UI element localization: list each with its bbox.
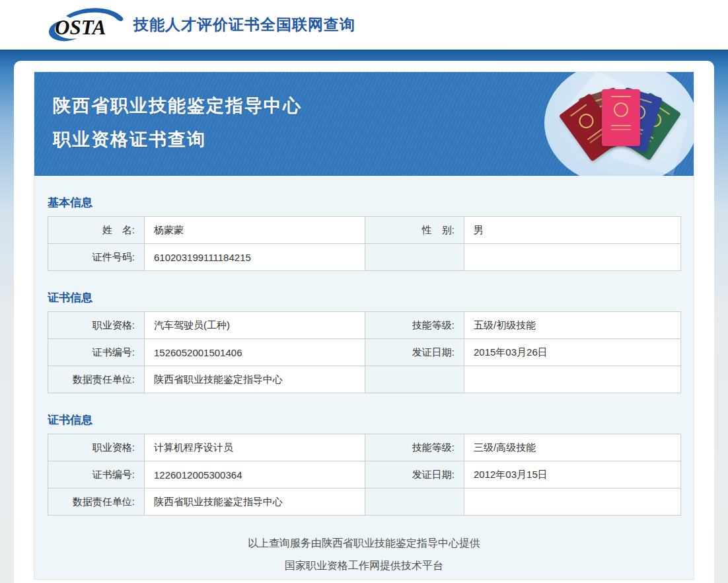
- empty-value-cell: [464, 488, 681, 516]
- table-row: 姓 名: 杨蒙蒙 性 别: 男: [48, 217, 681, 244]
- table-row: 证书编号: 1526052001501406 发证日期: 2015年03月26日: [48, 339, 681, 366]
- gender-value: 男: [464, 217, 681, 244]
- content-card: 陕西省职业技能鉴定指导中心 职业资格证书查询 基本信息 姓 名: 杨蒙蒙 性 别…: [14, 61, 714, 583]
- osta-logo[interactable]: OSTA: [46, 8, 124, 42]
- level-label: 技能等级:: [365, 434, 464, 461]
- cert-no-value: 1226012005300364: [145, 461, 365, 488]
- occupation-label: 职业资格:: [48, 312, 145, 339]
- occupation-label: 职业资格:: [48, 434, 145, 461]
- site-title: 技能人才评价证书全国联网查询: [133, 15, 355, 35]
- empty-label-cell: [365, 244, 464, 271]
- basic-info-heading: 基本信息: [48, 195, 680, 210]
- certificate-1-heading: 证书信息: [48, 290, 680, 305]
- table-row: 职业资格: 计算机程序设计员 技能等级: 三级/高级技能: [48, 434, 681, 461]
- footer-platform-line: 国家职业资格工作网提供技术平台: [34, 555, 694, 577]
- query-result-panel: 陕西省职业技能鉴定指导中心 职业资格证书查询 基本信息 姓 名: 杨蒙蒙 性 别…: [34, 71, 694, 580]
- site-header: OSTA 技能人才评价证书全国联网查询: [0, 0, 728, 50]
- cert-no-label: 证书编号:: [48, 461, 145, 488]
- banner-title-line2: 职业资格证书查询: [53, 123, 694, 157]
- svg-text:OSTA: OSTA: [55, 16, 106, 39]
- name-label: 姓 名:: [48, 217, 145, 244]
- basic-info-table: 姓 名: 杨蒙蒙 性 别: 男 证件号码: 610203199111184215: [48, 216, 681, 271]
- data-unit-value: 陕西省职业技能鉴定指导中心: [145, 366, 365, 393]
- banner-title-line1: 陕西省职业技能鉴定指导中心: [53, 89, 694, 123]
- data-unit-label: 数据责任单位:: [48, 366, 145, 393]
- certificate-2-table: 职业资格: 计算机程序设计员 技能等级: 三级/高级技能 证书编号: 12260…: [48, 434, 681, 516]
- level-label: 技能等级:: [365, 312, 464, 339]
- cert-no-label: 证书编号:: [48, 339, 145, 366]
- id-number-value: 610203199111184215: [145, 244, 365, 271]
- empty-value-cell: [464, 244, 681, 271]
- empty-label-cell: [365, 488, 464, 516]
- issue-date-value: 2015年03月26日: [464, 339, 681, 366]
- certificate-2-heading: 证书信息: [48, 412, 680, 428]
- level-value: 三级/高级技能: [464, 434, 681, 461]
- issue-date-value: 2012年03月15日: [464, 461, 681, 488]
- cert-no-value: 1526052001501406: [145, 339, 365, 366]
- issue-date-label: 发证日期:: [365, 461, 464, 488]
- table-row: 证件号码: 610203199111184215: [48, 244, 681, 271]
- footer-note: 以上查询服务由陕西省职业技能鉴定指导中心提供 国家职业资格工作网提供技术平台: [34, 532, 694, 577]
- osta-logo-icon: OSTA: [46, 8, 124, 42]
- empty-label-cell: [365, 366, 464, 393]
- id-number-label: 证件号码:: [48, 244, 145, 271]
- table-row: 证书编号: 1226012005300364 发证日期: 2012年03月15日: [48, 461, 681, 488]
- occupation-value: 计算机程序设计员: [145, 434, 365, 461]
- footer-provider-line: 以上查询服务由陕西省职业技能鉴定指导中心提供: [34, 532, 694, 555]
- table-row: 职业资格: 汽车驾驶员(工种) 技能等级: 五级/初级技能: [48, 312, 681, 339]
- name-value: 杨蒙蒙: [145, 217, 365, 244]
- issue-date-label: 发证日期:: [365, 339, 464, 366]
- level-value: 五级/初级技能: [464, 312, 681, 339]
- data-unit-value: 陕西省职业技能鉴定指导中心: [145, 488, 365, 516]
- table-row: 数据责任单位: 陕西省职业技能鉴定指导中心: [48, 366, 681, 393]
- result-banner: 陕西省职业技能鉴定指导中心 职业资格证书查询: [34, 72, 694, 176]
- certificate-1-table: 职业资格: 汽车驾驶员(工种) 技能等级: 五级/初级技能 证书编号: 1526…: [48, 311, 681, 393]
- empty-value-cell: [464, 366, 681, 393]
- occupation-value: 汽车驾驶员(工种): [145, 312, 365, 339]
- table-row: 数据责任单位: 陕西省职业技能鉴定指导中心: [48, 488, 681, 516]
- page-background-band: 陕西省职业技能鉴定指导中心 职业资格证书查询 基本信息 姓 名: 杨蒙蒙 性 别…: [0, 50, 728, 583]
- data-unit-label: 数据责任单位:: [48, 488, 145, 516]
- gender-label: 性 别:: [365, 217, 464, 244]
